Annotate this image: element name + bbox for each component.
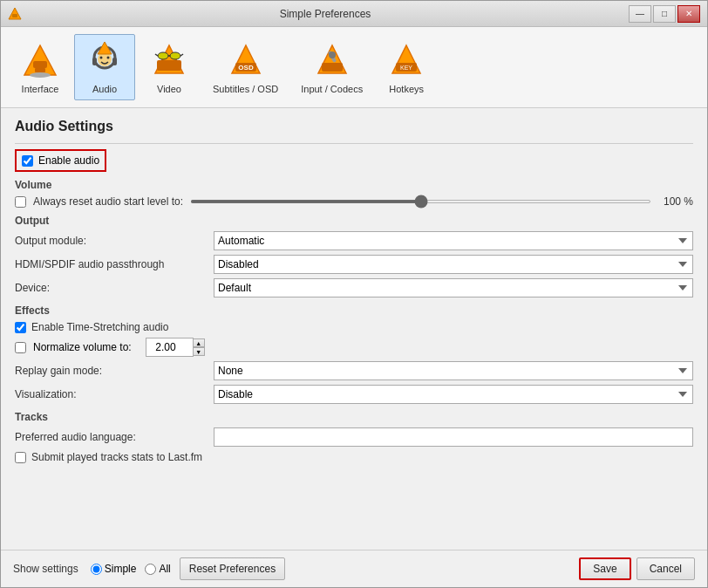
time-stretching-checkbox[interactable]: [15, 322, 26, 333]
nav-bar: Interface Audio: [1, 27, 707, 108]
main-window: Simple Preferences — □ ✕ Interface: [0, 0, 708, 588]
always-reset-label[interactable]: Always reset audio start level to:: [33, 195, 183, 208]
replay-gain-label: Replay gain mode:: [15, 365, 207, 377]
svg-point-10: [100, 57, 103, 59]
nav-hotkeys-label: Hotkeys: [389, 84, 424, 94]
title-bar: Simple Preferences — □ ✕: [1, 1, 707, 27]
normalize-down-btn[interactable]: ▼: [193, 347, 205, 356]
svg-rect-1: [12, 14, 17, 17]
output-module-select[interactable]: Automatic: [214, 231, 693, 250]
visualization-row: Visualization: Disable: [15, 385, 693, 404]
normalize-up-btn[interactable]: ▲: [193, 338, 205, 347]
visualization-control: Disable: [214, 385, 693, 404]
nav-interface-label: Interface: [22, 84, 59, 94]
svg-marker-0: [9, 8, 21, 19]
preferred-language-row: Preferred audio language:: [15, 427, 693, 447]
volume-slider[interactable]: [190, 200, 651, 203]
radio-simple-label[interactable]: Simple: [91, 563, 137, 575]
svg-point-11: [107, 57, 110, 59]
svg-rect-4: [35, 68, 45, 72]
nav-input-label: Input / Codecs: [301, 84, 363, 94]
output-header: Output: [15, 215, 693, 227]
svg-point-5: [30, 72, 51, 78]
input-icon: [311, 40, 353, 82]
tracks-header: Tracks: [15, 411, 693, 423]
hdmi-select[interactable]: Disabled: [214, 255, 693, 274]
device-select[interactable]: Default: [214, 278, 693, 297]
volume-header: Volume: [15, 179, 693, 191]
svg-rect-14: [157, 60, 181, 71]
close-button[interactable]: ✕: [677, 5, 700, 23]
minimize-button[interactable]: —: [629, 5, 651, 23]
maximize-button[interactable]: □: [653, 5, 676, 23]
normalize-value-wrapper: ▲ ▼: [146, 338, 205, 357]
title-bar-left: [8, 7, 22, 21]
radio-all-label[interactable]: All: [145, 563, 170, 575]
title-separator: [15, 143, 693, 144]
svg-rect-7: [92, 58, 97, 65]
save-button[interactable]: Save: [579, 557, 630, 580]
hdmi-label: HDMI/SPDIF audio passthrough: [15, 258, 207, 270]
svg-rect-8: [112, 58, 117, 65]
radio-all[interactable]: [145, 564, 156, 575]
volume-slider-container: 100 %: [190, 195, 693, 208]
svg-line-19: [180, 54, 183, 56]
audio-icon: [84, 40, 126, 82]
hdmi-control: Disabled: [214, 255, 693, 274]
output-module-row: Output module: Automatic: [15, 231, 693, 250]
nav-input[interactable]: Input / Codecs: [291, 34, 372, 100]
nav-subtitles-label: Subtitles / OSD: [213, 84, 278, 94]
nav-interface[interactable]: Interface: [10, 34, 71, 100]
nav-subtitles[interactable]: OSD Subtitles / OSD: [203, 34, 288, 100]
device-label: Device:: [15, 282, 207, 294]
normalize-input[interactable]: [146, 338, 194, 357]
nav-audio-label: Audio: [92, 84, 117, 94]
show-settings-label: Show settings: [13, 563, 78, 575]
normalize-row: Normalize volume to: ▲ ▼: [15, 338, 693, 357]
svg-line-18: [155, 54, 158, 56]
show-settings-radio-group: Simple All: [91, 563, 171, 575]
enable-audio-checkbox[interactable]: [22, 155, 33, 167]
svg-point-16: [170, 52, 180, 59]
submit-stats-row: Submit played tracks stats to Last.fm: [15, 451, 693, 463]
reset-preferences-button[interactable]: Reset Preferences: [180, 557, 285, 580]
time-stretching-row: Enable Time-Stretching audio: [15, 321, 693, 333]
nav-video[interactable]: Video: [139, 34, 200, 100]
replay-gain-row: Replay gain mode: None: [15, 361, 693, 380]
normalize-checkbox[interactable]: [15, 342, 26, 353]
title-controls: — □ ✕: [629, 5, 700, 23]
subtitles-icon: OSD: [225, 40, 267, 82]
svg-point-26: [329, 51, 336, 58]
svg-rect-3: [33, 61, 47, 68]
interface-icon: [19, 40, 61, 82]
vlc-logo-icon: [8, 7, 22, 21]
bottom-bar: Show settings Simple All Reset Preferenc…: [1, 550, 707, 587]
nav-audio[interactable]: Audio: [74, 34, 135, 100]
replay-gain-control: None: [214, 361, 693, 380]
preferred-language-input[interactable]: [214, 427, 693, 447]
normalize-label[interactable]: Normalize volume to:: [33, 341, 132, 353]
nav-hotkeys[interactable]: KEY Hotkeys: [376, 34, 437, 100]
submit-stats-checkbox[interactable]: [15, 452, 26, 463]
svg-text:KEY: KEY: [400, 65, 412, 71]
radio-simple[interactable]: [91, 564, 102, 575]
output-module-control: Automatic: [214, 231, 693, 250]
visualization-select[interactable]: Disable: [214, 385, 693, 404]
volume-reset-row: Always reset audio start level to: 100 %: [15, 195, 693, 208]
effects-header: Effects: [15, 304, 693, 317]
svg-rect-24: [322, 63, 343, 72]
visualization-label: Visualization:: [15, 388, 207, 400]
video-icon: [148, 40, 190, 82]
normalize-spinners: ▲ ▼: [193, 338, 205, 356]
replay-gain-select[interactable]: None: [214, 361, 693, 380]
preferred-language-label: Preferred audio language:: [15, 431, 207, 443]
bottom-buttons: Save Cancel: [579, 557, 695, 580]
always-reset-checkbox[interactable]: [15, 196, 26, 208]
svg-point-15: [158, 52, 168, 59]
time-stretching-label[interactable]: Enable Time-Stretching audio: [31, 321, 168, 333]
main-content: Audio Settings Enable audio Volume Alway…: [1, 108, 707, 550]
submit-stats-label[interactable]: Submit played tracks stats to Last.fm: [31, 451, 202, 463]
enable-audio-label[interactable]: Enable audio: [38, 154, 99, 167]
cancel-button[interactable]: Cancel: [637, 557, 695, 580]
volume-value: 100 %: [658, 195, 693, 208]
